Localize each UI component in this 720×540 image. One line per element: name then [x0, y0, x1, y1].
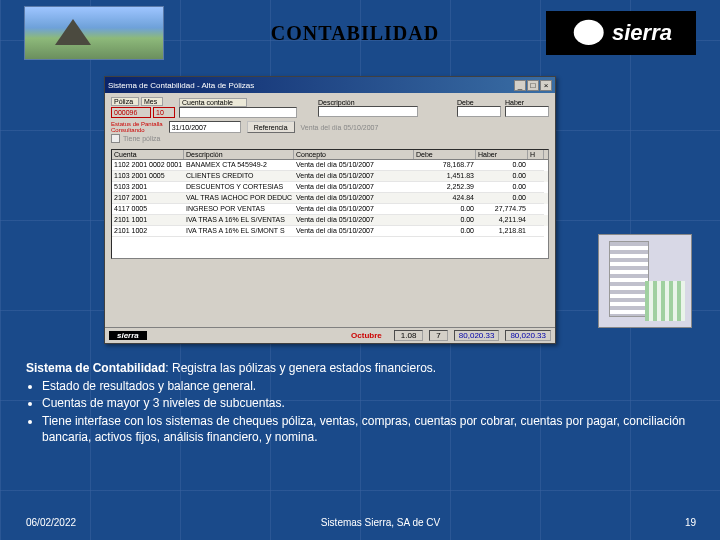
cuenta-input[interactable]	[179, 107, 297, 118]
footer-company: Sistemas Sierra, SA de CV	[76, 517, 685, 528]
cell-cuenta: 2101 1001	[112, 215, 184, 226]
landscape-logo	[24, 6, 164, 60]
cell-cuenta: 1102 2001 0002 0001	[112, 160, 184, 171]
table-row[interactable]: 1102 2001 0002 0001BANAMEX CTA 545949-2V…	[112, 160, 548, 171]
cell-haber: 1,218.81	[476, 226, 528, 237]
desc-lead-bold: Sistema de Contabilidad	[26, 361, 165, 375]
col-descripcion: Descripción	[184, 150, 294, 159]
table-row[interactable]: 5103 2001DESCUENTOS Y CORTESIASVenta del…	[112, 182, 548, 193]
close-button[interactable]: ×	[540, 80, 552, 91]
cell-concepto: Venta del día 05/10/2007	[294, 160, 414, 171]
window-title: Sistema de Contabilidad - Alta de Póliza…	[108, 81, 254, 90]
cell-spacer	[528, 182, 544, 193]
estado-value: Consultando	[111, 127, 163, 133]
status-total-debe: 80,020.33	[454, 330, 500, 341]
desc-lead-rest: : Registra las pólizas y genera estados …	[165, 361, 436, 375]
cell-concepto: Venta del día 05/10/2007	[294, 204, 414, 215]
checkbox-tiene-poliza[interactable]	[111, 134, 120, 143]
accounting-window: Sistema de Contabilidad - Alta de Póliza…	[104, 76, 556, 344]
table-row[interactable]: 1103 2001 0005CLIENTES CREDITOVenta del …	[112, 171, 548, 182]
footer: 06/02/2022 Sistemas Sierra, SA de CV 19	[26, 517, 696, 528]
haber-input[interactable]	[505, 106, 549, 117]
maximize-button[interactable]: □	[527, 80, 539, 91]
cell-haber: 0.00	[476, 193, 528, 204]
cell-concepto: Venta del día 05/10/2007	[294, 171, 414, 182]
venta-dia-text: Venta del día 05/10/2007	[301, 124, 379, 131]
cell-debe: 0.00	[414, 204, 476, 215]
minimize-button[interactable]: _	[514, 80, 526, 91]
cell-haber: 0.00	[476, 171, 528, 182]
page-title: CONTABILIDAD	[176, 22, 534, 45]
cell-haber: 27,774.75	[476, 204, 528, 215]
building-illustration	[598, 234, 692, 328]
bullet-item: Tiene interfase con los sistemas de cheq…	[42, 413, 696, 445]
cell-spacer	[528, 171, 544, 182]
cell-spacer	[528, 204, 544, 215]
cell-concepto: Venta del día 05/10/2007	[294, 193, 414, 204]
cell-concepto: Venta del día 05/10/2007	[294, 182, 414, 193]
cell-cuenta: 2107 2001	[112, 193, 184, 204]
cell-spacer	[528, 193, 544, 204]
cell-debe: 78,168.77	[414, 160, 476, 171]
col-haber: Haber	[476, 150, 528, 159]
descripcion-input[interactable]	[318, 106, 418, 117]
cell-concepto: Venta del día 05/10/2007	[294, 215, 414, 226]
cell-debe: 0.00	[414, 226, 476, 237]
col-debe: Debe	[414, 150, 476, 159]
footer-page: 19	[685, 517, 696, 528]
mes-value[interactable]: 10	[153, 107, 175, 118]
cell-spacer	[528, 215, 544, 226]
header-row: Póliza Mes 000096 10 Cuenta contable Des…	[111, 97, 549, 118]
cell-haber: 0.00	[476, 182, 528, 193]
poliza-value[interactable]: 000096	[111, 107, 151, 118]
sierra-logo: sierra	[546, 11, 696, 55]
grid-header: Cuenta Descripción Concepto Debe Haber H	[112, 150, 548, 160]
header: CONTABILIDAD sierra	[0, 0, 720, 60]
cell-spacer	[528, 160, 544, 171]
debe-input[interactable]	[457, 106, 501, 117]
mes-label: Mes	[141, 97, 163, 106]
cell-desc: INGRESO POR VENTAS	[184, 204, 294, 215]
table-row[interactable]: 4117 0005INGRESO POR VENTASVenta del día…	[112, 204, 548, 215]
cell-haber: 4,211.94	[476, 215, 528, 226]
sierra-brand: sierra	[612, 20, 672, 46]
footer-date: 06/02/2022	[26, 517, 76, 528]
bullet-item: Estado de resultados y balance general.	[42, 378, 696, 394]
cell-debe: 2,252.39	[414, 182, 476, 193]
cell-cuenta: 4117 0005	[112, 204, 184, 215]
descripcion-label: Descripción	[318, 99, 453, 106]
cell-cuenta: 5103 2001	[112, 182, 184, 193]
col-cuenta: Cuenta	[112, 150, 184, 159]
col-concepto: Concepto	[294, 150, 414, 159]
cell-haber: 0.00	[476, 160, 528, 171]
window-titlebar[interactable]: Sistema de Contabilidad - Alta de Póliza…	[105, 77, 555, 93]
cell-desc: CLIENTES CREDITO	[184, 171, 294, 182]
col-scroll: H	[528, 150, 544, 159]
swoosh-icon	[570, 18, 604, 48]
table-row[interactable]: 2101 1001IVA TRAS A 16% EL S/VENTASVenta…	[112, 215, 548, 226]
cell-cuenta: 2101 1002	[112, 226, 184, 237]
status-total-haber: 80,020.33	[505, 330, 551, 341]
grid[interactable]: Cuenta Descripción Concepto Debe Haber H…	[111, 149, 549, 259]
cell-debe: 1,451.83	[414, 171, 476, 182]
status-page2: 7	[429, 330, 447, 341]
cell-desc: IVA TRAS A 16% EL S/MONT S	[184, 226, 294, 237]
table-row[interactable]: 2101 1002IVA TRAS A 16% EL S/MONT SVenta…	[112, 226, 548, 237]
bullet-list: Estado de resultados y balance general.C…	[26, 378, 696, 445]
cell-spacer	[528, 226, 544, 237]
status-bar: sierra Octubre 1.08 7 80,020.33 80,020.3…	[105, 327, 555, 343]
fecha-input[interactable]: 31/10/2007	[169, 121, 241, 133]
sub-row: Estatus de Pantalla Consultando 31/10/20…	[111, 121, 549, 133]
poliza-label: Póliza	[111, 97, 139, 106]
table-row[interactable]: 2107 2001VAL TRAS IACHOC POR DEDUC S.AVe…	[112, 193, 548, 204]
referencia-button[interactable]: Referencia	[247, 121, 295, 133]
bullet-item: Cuentas de mayor y 3 niveles de subcuent…	[42, 395, 696, 411]
title-area: CONTABILIDAD	[176, 22, 534, 45]
cell-desc: VAL TRAS IACHOC POR DEDUC S.A	[184, 193, 294, 204]
cell-debe: 424.84	[414, 193, 476, 204]
cell-cuenta: 1103 2001 0005	[112, 171, 184, 182]
debe-label: Debe	[457, 99, 501, 106]
grid-body: 1102 2001 0002 0001BANAMEX CTA 545949-2V…	[112, 160, 548, 237]
cell-desc: IVA TRAS A 16% EL S/VENTAS	[184, 215, 294, 226]
cell-concepto: Venta del día 05/10/2007	[294, 226, 414, 237]
